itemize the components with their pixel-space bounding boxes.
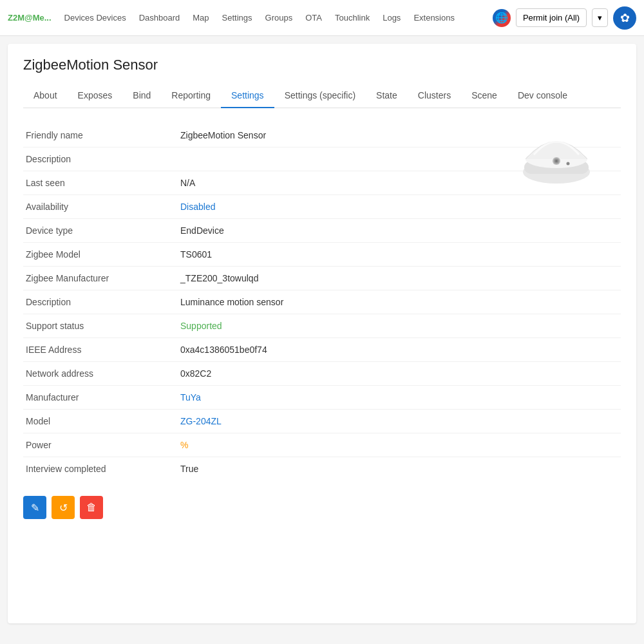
main-content: ZigbeeMotion Sensor About Exposes Bind R…: [8, 44, 636, 623]
value-network-address: 0x82C2: [180, 368, 618, 379]
tab-bind[interactable]: Bind: [122, 84, 161, 108]
value-availability: Disabled: [180, 202, 618, 212]
nav-link-map[interactable]: Map: [187, 9, 214, 26]
row-network-address: Network address 0x82C2: [23, 362, 621, 386]
permit-join-dropdown[interactable]: ▾: [592, 8, 608, 27]
value-manufacturer: TuYa: [180, 392, 618, 402]
nav-link-settings[interactable]: Settings: [217, 9, 258, 26]
label-device-type: Device type: [26, 225, 180, 236]
value-zigbee-model: TS0601: [180, 249, 618, 260]
row-interview-completed: Interview completed True: [23, 457, 621, 480]
label-availability: Availability: [26, 202, 180, 212]
label-model: Model: [26, 416, 180, 426]
tab-settings-specific[interactable]: Settings (specific): [274, 84, 366, 108]
label-last-seen: Last seen: [26, 178, 180, 188]
value-support-status: Supported: [180, 321, 618, 331]
refresh-button[interactable]: ↺: [52, 496, 75, 519]
tab-settings[interactable]: Settings: [221, 84, 274, 108]
nav-link-logs[interactable]: Logs: [377, 9, 406, 26]
device-section: Friendly name ZigbeeMotion Sensor Descri…: [23, 124, 621, 480]
tab-state[interactable]: State: [366, 84, 408, 108]
edit-button[interactable]: ✎: [23, 496, 46, 519]
tab-dev-console[interactable]: Dev console: [507, 84, 578, 108]
device-image-container: [518, 117, 595, 190]
value-description-2: Luminance motion sensor: [180, 297, 618, 307]
label-power: Power: [26, 440, 180, 450]
label-description-1: Description: [26, 154, 180, 164]
label-description-2: Description: [26, 297, 180, 307]
nav-link-dashboard[interactable]: Dashboard: [134, 9, 185, 26]
nav-right: 🌐 Permit join (All) ▾ ✿: [493, 6, 636, 30]
delete-button[interactable]: 🗑: [80, 496, 103, 519]
top-navigation: Z2M@Me... Devices Devices Dashboard Map …: [0, 0, 644, 36]
permit-join-button[interactable]: Permit join (All): [516, 8, 587, 27]
value-zigbee-manufacturer: _TZE200_3towulqd: [180, 273, 618, 283]
row-availability: Availability Disabled: [23, 195, 621, 219]
label-interview-completed: Interview completed: [26, 464, 180, 474]
label-network-address: Network address: [26, 368, 180, 379]
label-zigbee-model: Zigbee Model: [26, 249, 180, 260]
nav-link-ota[interactable]: OTA: [300, 9, 327, 26]
value-model: ZG-204ZL: [180, 416, 618, 426]
language-icon[interactable]: 🌐: [493, 9, 511, 27]
tab-exposes[interactable]: Exposes: [68, 84, 123, 108]
row-model: Model ZG-204ZL: [23, 410, 621, 433]
value-ieee-address: 0xa4c1386051be0f74: [180, 345, 618, 355]
nav-link-extensions[interactable]: Extensions: [408, 9, 460, 26]
nav-link-devices[interactable]: Devices Devices: [59, 9, 131, 26]
nav-brand[interactable]: Z2M@Me...: [8, 13, 52, 23]
row-device-type: Device type EndDevice: [23, 219, 621, 243]
row-zigbee-model: Zigbee Model TS0601: [23, 243, 621, 267]
value-interview-completed: True: [180, 464, 618, 474]
tab-bar: About Exposes Bind Reporting Settings Se…: [23, 84, 621, 108]
label-zigbee-manufacturer: Zigbee Manufacturer: [26, 273, 180, 283]
row-description-2: Description Luminance motion sensor: [23, 290, 621, 314]
device-image: [518, 117, 595, 188]
tab-reporting[interactable]: Reporting: [161, 84, 221, 108]
tab-scene[interactable]: Scene: [461, 84, 507, 108]
label-friendly-name: Friendly name: [26, 130, 180, 140]
svg-point-5: [555, 160, 558, 162]
row-power: Power %: [23, 433, 621, 457]
value-power: %: [180, 440, 618, 450]
label-ieee-address: IEEE Address: [26, 345, 180, 355]
row-ieee-address: IEEE Address 0xa4c1386051be0f74: [23, 338, 621, 362]
label-manufacturer: Manufacturer: [26, 392, 180, 402]
nav-link-touchlink[interactable]: Touchlink: [330, 9, 375, 26]
nav-link-groups[interactable]: Groups: [260, 9, 298, 26]
settings-icon-button[interactable]: ✿: [613, 6, 636, 30]
row-manufacturer: Manufacturer TuYa: [23, 386, 621, 410]
page-title: ZigbeeMotion Sensor: [23, 57, 621, 73]
row-zigbee-manufacturer: Zigbee Manufacturer _TZE200_3towulqd: [23, 267, 621, 290]
tab-about[interactable]: About: [23, 84, 68, 108]
value-device-type: EndDevice: [180, 225, 618, 236]
row-support-status: Support status Supported: [23, 314, 621, 338]
svg-point-6: [567, 162, 570, 166]
permit-join-label: Permit join (All): [523, 13, 580, 23]
action-buttons: ✎ ↺ 🗑: [23, 496, 621, 519]
tab-clusters[interactable]: Clusters: [408, 84, 461, 108]
label-support-status: Support status: [26, 321, 180, 331]
